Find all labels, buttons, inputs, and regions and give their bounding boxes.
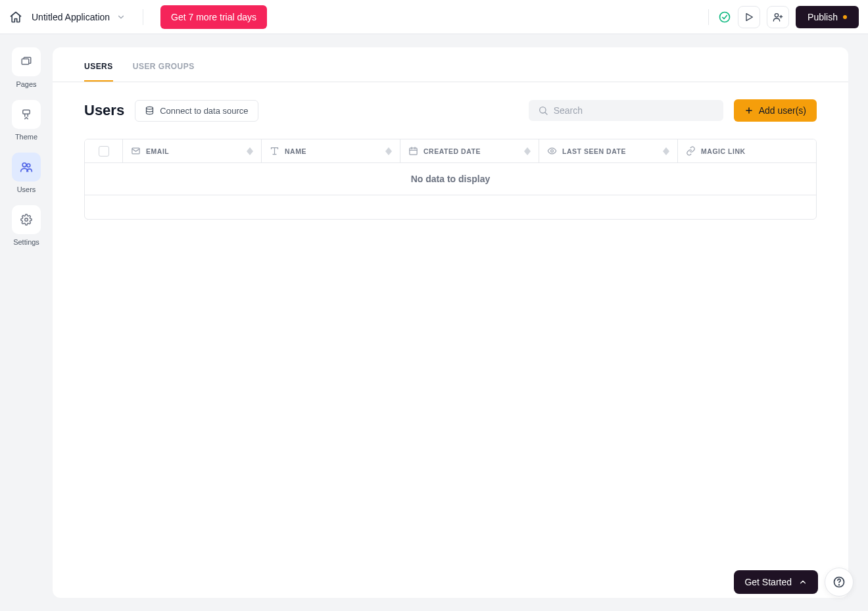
sidebar-item-label: Theme xyxy=(15,133,37,141)
svg-marker-21 xyxy=(385,151,392,155)
svg-point-32 xyxy=(839,585,840,585)
column-label: CREATED DATE xyxy=(423,147,481,155)
sidebar-item-pages[interactable]: Pages xyxy=(12,47,41,88)
sidebar-item-theme[interactable]: Theme xyxy=(12,100,41,141)
tab-users[interactable]: USERS xyxy=(84,62,113,82)
gear-icon xyxy=(20,214,32,226)
preview-button[interactable] xyxy=(738,6,760,28)
sidebar-item-label: Pages xyxy=(16,80,36,88)
svg-rect-22 xyxy=(410,148,417,155)
table-footer xyxy=(85,195,816,219)
tab-user-groups[interactable]: USER GROUPS xyxy=(133,62,195,82)
sidebar-item-label: Users xyxy=(17,185,36,193)
eye-icon xyxy=(547,146,557,156)
plus-icon xyxy=(744,106,754,115)
svg-point-2 xyxy=(775,13,778,16)
theme-icon xyxy=(20,109,32,120)
svg-point-0 xyxy=(720,12,730,22)
header-right: Publish xyxy=(708,6,859,28)
column-email[interactable]: EMAIL xyxy=(123,139,262,162)
page-title: Users xyxy=(84,102,124,119)
publish-label: Publish xyxy=(808,12,838,22)
get-started-button[interactable]: Get Started xyxy=(734,570,818,594)
add-user-button[interactable]: Add user(s) xyxy=(734,99,817,122)
help-button[interactable] xyxy=(825,568,854,597)
column-created-date[interactable]: CREATED DATE xyxy=(400,139,539,162)
link-icon xyxy=(686,146,696,156)
column-label: LAST SEEN DATE xyxy=(562,147,626,155)
text-icon xyxy=(270,146,279,156)
svg-point-10 xyxy=(147,107,153,109)
pages-icon xyxy=(20,56,32,68)
sidebar-item-settings[interactable]: Settings xyxy=(12,205,41,246)
trial-button[interactable]: Get 7 more trial days xyxy=(160,5,267,29)
svg-line-12 xyxy=(545,112,547,114)
chevron-up-icon xyxy=(798,577,808,587)
main-panel: USERS USER GROUPS Users Connect to data … xyxy=(53,47,848,598)
column-name[interactable]: NAME xyxy=(262,139,400,162)
tabs: USERS USER GROUPS xyxy=(53,47,848,82)
column-magic-link[interactable]: MAGIC LINK xyxy=(678,139,816,162)
search-input[interactable] xyxy=(554,105,714,116)
svg-point-7 xyxy=(22,163,26,167)
users-table: EMAIL NAME CREATED xyxy=(84,139,817,220)
svg-marker-30 xyxy=(663,151,669,155)
help-icon xyxy=(832,575,846,589)
svg-rect-6 xyxy=(23,110,30,114)
sort-icon[interactable] xyxy=(385,147,392,155)
header-left: Untitled Application Get 7 more trial da… xyxy=(9,5,267,29)
column-last-seen-date[interactable]: LAST SEEN DATE xyxy=(539,139,678,162)
play-icon xyxy=(744,12,754,22)
user-plus-icon xyxy=(773,12,783,22)
column-label: EMAIL xyxy=(146,147,169,155)
divider xyxy=(143,9,143,25)
checkbox-icon[interactable] xyxy=(99,146,109,157)
column-label: NAME xyxy=(285,147,306,155)
toolbar: Users Connect to data source Add user(s) xyxy=(53,82,848,139)
app-title-dropdown[interactable]: Untitled Application xyxy=(32,12,126,22)
svg-marker-27 xyxy=(524,151,531,155)
sort-icon[interactable] xyxy=(663,147,669,155)
sidebar-item-label: Settings xyxy=(13,238,39,246)
sort-icon[interactable] xyxy=(247,147,253,155)
publish-button[interactable]: Publish xyxy=(796,6,859,28)
column-label: MAGIC LINK xyxy=(701,147,746,155)
invite-user-button[interactable] xyxy=(767,6,789,28)
sidebar: Pages Theme Users Settings xyxy=(0,34,53,611)
sort-icon[interactable] xyxy=(524,147,531,155)
app-title: Untitled Application xyxy=(32,12,110,22)
get-started-label: Get Started xyxy=(744,577,792,587)
mail-icon xyxy=(131,146,141,156)
connect-label: Connect to data source xyxy=(160,106,248,116)
table-empty-message: No data to display xyxy=(85,163,816,195)
add-user-label: Add user(s) xyxy=(759,105,806,116)
database-icon xyxy=(145,106,155,116)
calendar-icon xyxy=(408,146,418,156)
app-header: Untitled Application Get 7 more trial da… xyxy=(0,0,868,34)
sidebar-item-users[interactable]: Users xyxy=(12,153,41,193)
search-input-wrap[interactable] xyxy=(529,100,723,121)
chevron-down-icon xyxy=(116,12,126,22)
connect-data-source-button[interactable]: Connect to data source xyxy=(135,100,258,122)
svg-marker-1 xyxy=(746,13,752,20)
divider xyxy=(708,9,709,25)
svg-point-28 xyxy=(551,150,554,153)
table-header: EMAIL NAME CREATED xyxy=(85,139,816,163)
status-dot-icon xyxy=(843,15,847,19)
svg-marker-17 xyxy=(247,151,253,155)
home-icon[interactable] xyxy=(9,11,22,24)
select-all-header[interactable] xyxy=(85,139,123,162)
svg-point-9 xyxy=(25,218,28,222)
search-icon xyxy=(538,105,548,116)
svg-rect-5 xyxy=(22,59,29,64)
svg-point-8 xyxy=(27,164,30,167)
users-icon xyxy=(20,160,33,174)
status-ok-icon[interactable] xyxy=(718,11,731,24)
